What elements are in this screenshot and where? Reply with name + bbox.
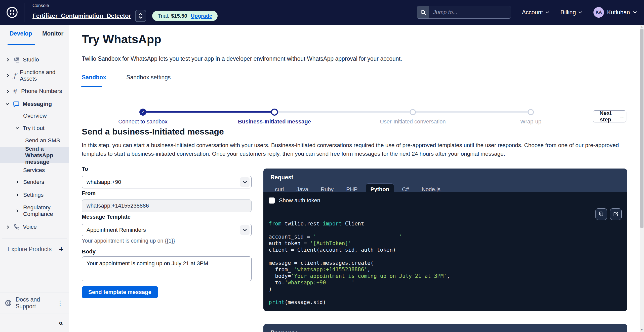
section-description: In this step, you can start a business-i… — [82, 141, 625, 158]
request-title: Request — [270, 174, 620, 181]
message-template-select[interactable]: Appointment Reminders — [82, 224, 252, 236]
search-input[interactable] — [429, 6, 511, 18]
docs-and-support-row[interactable]: Docs and Support ⋮ — [0, 292, 69, 314]
sidebar-item-studio[interactable]: Studio — [0, 54, 69, 65]
add-product-button[interactable]: + — [59, 245, 63, 253]
page-description: Twilio Sandbox for WhatsApp lets you tes… — [82, 55, 402, 62]
code-block[interactable]: from twilio.rest import Client account_s… — [269, 220, 622, 306]
to-label: To — [82, 166, 88, 172]
trial-label: Trial: — [158, 13, 169, 19]
sidebar-tab-monitor[interactable]: Monitor — [42, 30, 63, 37]
show-auth-token-checkbox[interactable] — [269, 197, 275, 204]
to-select[interactable]: whatsapp:+90 — [82, 176, 252, 188]
response-panel: Response — [263, 324, 627, 332]
code-line: client = Client(account_sid, auth_token) — [269, 247, 622, 253]
studio-icon — [13, 56, 20, 63]
sidebar-item-senders[interactable]: Senders — [0, 177, 69, 188]
response-title: Response — [263, 324, 627, 332]
step-label-connect[interactable]: Connect to sandbox — [118, 118, 168, 125]
project-name-link[interactable]: Fertilizer_Contamination_Detector — [32, 12, 131, 19]
step-todo-icon — [528, 109, 534, 115]
show-auth-token-label: Show auth token — [279, 197, 320, 204]
jump-to-search[interactable] — [417, 6, 511, 19]
step-current-icon — [271, 109, 278, 116]
user-menu[interactable]: KA Kutluhan — [593, 7, 637, 18]
code-line — [269, 292, 622, 299]
code-line: print(message.sid) — [269, 299, 622, 306]
sort-chevrons-icon — [138, 13, 143, 19]
scroll-up-arrow[interactable]: ▲ — [640, 25, 644, 29]
next-step-button[interactable]: Next step → — [593, 110, 626, 122]
request-panel: Request curl Java Ruby PHP Python C# Nod… — [263, 169, 627, 311]
project-switcher-button[interactable] — [135, 10, 146, 22]
sidebar-item-messaging[interactable]: Messaging — [0, 98, 69, 110]
send-template-message-button[interactable]: Send template message — [82, 286, 158, 298]
chevron-right-icon — [16, 209, 19, 213]
chevron-down-icon — [6, 102, 9, 106]
sidebar-tab-develop[interactable]: Develop — [10, 30, 32, 37]
chevron-down-icon — [578, 11, 582, 14]
tabs-divider — [77, 87, 633, 87]
step-done-icon: ✓ — [139, 109, 146, 116]
open-external-button[interactable] — [610, 208, 622, 220]
sidebar-item-send-whatsapp[interactable]: Send a WhatsApp message — [0, 147, 69, 163]
active-tab-underline — [81, 86, 102, 87]
code-line — [269, 227, 622, 234]
code-line: message = client.messages.create( — [269, 260, 622, 266]
step-label-wrap-up[interactable]: Wrap-up — [520, 118, 541, 125]
sidebar-item-phone-numbers[interactable]: # Phone Numbers — [0, 86, 69, 97]
chevron-right-icon — [6, 225, 10, 229]
sidebar-collapse-row: « — [0, 313, 69, 332]
stepper-line-done — [143, 111, 274, 113]
user-name: Kutluhan — [607, 9, 630, 16]
scrollbar-thumb[interactable] — [640, 29, 643, 228]
collapse-sidebar-button[interactable]: « — [59, 318, 63, 327]
chevron-right-icon — [6, 74, 10, 78]
twilio-console-screen: Console Fertilizer_Contamination_Detecto… — [0, 0, 644, 332]
chevron-down-icon — [16, 126, 19, 130]
search-icon — [417, 6, 429, 18]
avatar: KA — [593, 7, 604, 18]
billing-menu[interactable]: Billing — [560, 9, 582, 16]
console-label: Console — [32, 3, 218, 8]
chevron-right-icon — [16, 180, 19, 184]
chevron-right-icon — [16, 193, 19, 197]
copy-code-button[interactable] — [595, 208, 607, 220]
sidebar-divider — [2, 239, 67, 239]
step-label-business-initiated[interactable]: Business-Initiated message — [238, 118, 311, 125]
sidebar-item-try-it-out[interactable]: Try it out — [0, 123, 69, 134]
code-line: account_sid = ' ' — [269, 234, 622, 240]
message-template-label: Message Template — [82, 214, 131, 220]
stepper-line-todo — [274, 111, 413, 113]
chevron-down-icon — [633, 11, 637, 14]
tab-sandbox[interactable]: Sandbox — [82, 74, 106, 81]
external-link-icon — [613, 211, 619, 217]
step-label-user-initiated[interactable]: User-Initiated conversation — [380, 118, 446, 125]
twilio-logo-icon[interactable] — [6, 6, 19, 19]
explore-products-row: Explore Products + — [8, 244, 63, 255]
sidebar-item-overview[interactable]: Overview — [0, 110, 69, 121]
project-block: Console Fertilizer_Contamination_Detecto… — [32, 3, 218, 22]
body-textarea[interactable]: Your appointment is coming up on July 21… — [82, 256, 252, 281]
code-line: to='whatsapp:+90 ' — [269, 279, 622, 286]
body-label: Body — [82, 248, 96, 255]
code-line: from_='whatsapp:+14155238886', — [269, 266, 622, 273]
main-content: Try WhatsApp Twilio Sandbox for WhatsApp… — [69, 25, 644, 332]
from-label: From — [82, 190, 96, 196]
sidebar-item-send-sms[interactable]: Send an SMS — [0, 135, 69, 146]
sidebar-item-voice[interactable]: Voice — [0, 221, 69, 233]
scroll-down-arrow[interactable]: ▼ — [640, 328, 644, 332]
from-input[interactable] — [82, 200, 252, 212]
account-menu[interactable]: Account — [522, 9, 549, 16]
chevron-down-icon — [240, 225, 250, 235]
sidebar-item-settings[interactable]: Settings — [0, 189, 69, 201]
develop-active-underline — [8, 44, 35, 45]
sidebar-item-services[interactable]: Services — [0, 165, 69, 176]
kebab-menu-icon[interactable]: ⋮ — [57, 299, 63, 307]
tab-sandbox-settings[interactable]: Sandbox settings — [126, 74, 171, 81]
page-scrollbar[interactable]: ▲ ▼ — [640, 25, 644, 332]
sidebar-item-regulatory-compliance[interactable]: Regulatory Compliance — [0, 202, 69, 219]
sidebar-item-functions-assets[interactable]: ƒ Functions and Assets — [0, 67, 69, 85]
upgrade-link[interactable]: Upgrade — [191, 13, 212, 19]
chevron-down-icon — [240, 177, 250, 187]
